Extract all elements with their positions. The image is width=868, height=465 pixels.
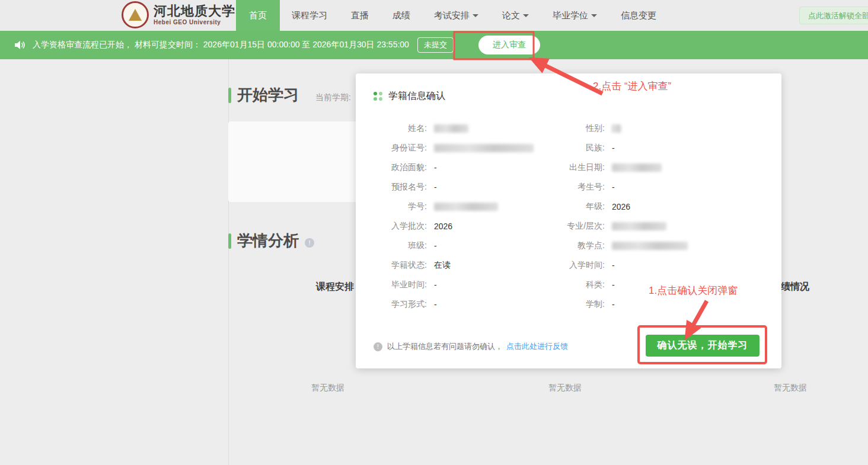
nav-item-exams[interactable]: 考试安排: [422, 0, 490, 31]
current-semester-label: 当前学期:: [315, 92, 351, 103]
status-badge: 未提交: [417, 37, 454, 53]
field-graduation-time: 毕业时间:-: [374, 275, 551, 294]
nav-item-thesis[interactable]: 论文: [490, 0, 541, 31]
masked-value: [612, 124, 621, 133]
feedback-link[interactable]: 点击此处进行反馈: [506, 341, 568, 352]
chevron-down-icon: [523, 14, 529, 17]
nav-item-info-change[interactable]: 信息变更: [609, 0, 668, 31]
form-column-left: 姓名: 身份证号: 政治面貌:- 预报名号:- 学号: 入学批次:2026 班级…: [374, 118, 551, 314]
field-political-status: 政治面貌:-: [374, 158, 551, 177]
enter-review-button[interactable]: 进入审查: [478, 36, 540, 54]
sidebar-divider: [228, 59, 229, 465]
review-notice-banner: 入学资格审查流程已开始， 材料可提交时间： 2026年01月15日 00:00:…: [0, 31, 868, 59]
field-class: 班级:-: [374, 236, 551, 255]
masked-value: [434, 203, 498, 211]
masked-value: [612, 222, 666, 230]
nav-item-live[interactable]: 直播: [339, 0, 381, 31]
speaker-icon: [15, 40, 25, 50]
field-enrollment-time: 入学时间:-: [551, 255, 729, 275]
nav-item-grades[interactable]: 成绩: [381, 0, 422, 31]
column-header-course-plan: 课程安排: [316, 281, 354, 293]
nav-menu: 首页 课程学习 直播 成绩 考试安排 论文 毕业学位 信息变更: [236, 0, 668, 31]
chevron-down-icon: [473, 14, 478, 17]
university-logo: 河北地质大学 Hebei GEO University: [122, 1, 235, 28]
field-candidate-no: 考生号:-: [551, 177, 729, 197]
activate-unlock-button[interactable]: 点此激活解锁全部: [799, 7, 868, 24]
info-icon: !: [305, 238, 314, 248]
field-registration-status: 学籍状态:在读: [374, 255, 551, 275]
chevron-down-icon: [591, 14, 597, 17]
empty-placeholder: 暂无数据: [548, 383, 582, 393]
banner-message: 入学资格审查流程已开始， 材料可提交时间： 2026年01月15日 00:00:…: [33, 40, 409, 50]
masked-value: [434, 124, 468, 133]
masked-value: [612, 163, 662, 172]
mountain-emblem-icon: [129, 9, 142, 21]
section-accent-bar: [228, 88, 231, 103]
nav-item-home[interactable]: 首页: [236, 0, 280, 31]
annotation-step2-text: 2.点击 “进入审查”: [593, 79, 671, 93]
note-text: 以上学籍信息若有问题请勿确认，: [387, 341, 503, 352]
info-icon: !: [374, 342, 382, 351]
field-ethnicity: 民族:-: [551, 138, 729, 158]
masked-value: [434, 144, 534, 152]
start-learning-title: 开始学习: [237, 85, 299, 105]
university-seal-icon: [122, 1, 149, 28]
field-pre-registration-no: 预报名号:-: [374, 177, 551, 197]
university-name-cn: 河北地质大学: [154, 5, 235, 18]
field-gender: 性别:: [551, 118, 729, 138]
field-id-number: 身份证号:: [374, 138, 551, 158]
annotation-step1-text: 1.点击确认关闭弹窗: [649, 284, 738, 297]
field-birth-date: 出生日期:: [551, 158, 729, 177]
field-student-no: 学号:: [374, 197, 551, 216]
student-info-confirm-dialog: 学籍信息确认 姓名: 身份证号: 政治面貌:- 预报名号:- 学号: 入学批次:…: [356, 73, 781, 368]
nav-item-degree[interactable]: 毕业学位: [541, 0, 609, 31]
dots-grid-icon: [374, 92, 382, 101]
empty-placeholder: 暂无数据: [311, 383, 344, 393]
empty-placeholder: 暂无数据: [774, 383, 807, 393]
dialog-note: ! 以上学籍信息若有问题请勿确认， 点击此处进行反馈: [374, 341, 568, 352]
field-enrollment-batch: 入学批次:2026: [374, 216, 551, 236]
top-navigation: 河北地质大学 Hebei GEO University 首页 课程学习 直播 成…: [0, 0, 868, 31]
analysis-section-header: 学情分析 !: [228, 230, 314, 251]
field-teaching-site: 教学点:: [551, 236, 729, 255]
field-study-form: 学习形式:-: [374, 294, 551, 314]
university-name-en: Hebei GEO University: [154, 20, 235, 25]
analysis-title: 学情分析: [237, 230, 299, 251]
field-grade-year: 年级:2026: [551, 197, 729, 216]
section-accent-bar: [228, 233, 231, 249]
confirm-start-learning-button[interactable]: 确认无误，开始学习: [646, 335, 760, 357]
start-learning-section-header: 开始学习 当前学期:: [228, 85, 351, 105]
field-major-level: 专业/层次:: [551, 216, 729, 236]
nav-item-courses[interactable]: 课程学习: [280, 0, 339, 31]
dialog-title: 学籍信息确认: [388, 90, 445, 102]
field-name: 姓名:: [374, 118, 551, 138]
masked-value: [612, 242, 688, 250]
